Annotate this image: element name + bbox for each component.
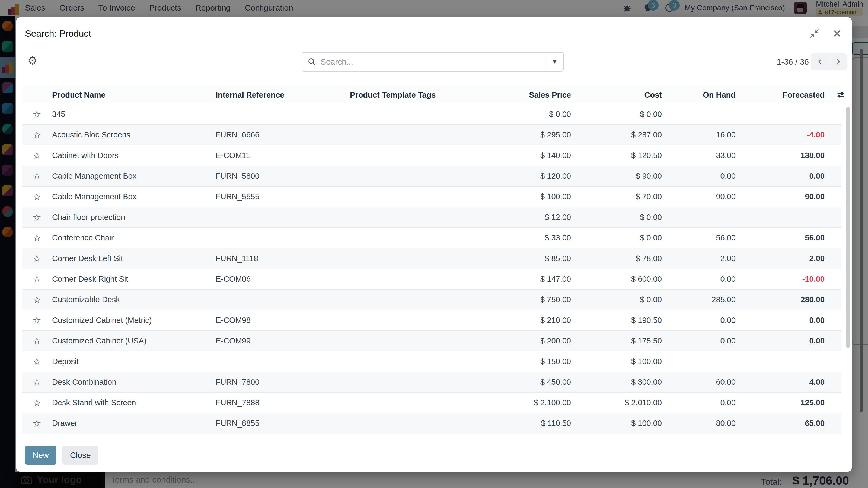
cell-on-hand: 33.00 [662,151,736,160]
dialog-header: Search: Product ✕ [16,18,852,50]
cell-sales-price: $ 12.00 [473,213,571,222]
close-button[interactable]: Close [62,446,98,465]
favorite-star-icon[interactable]: ☆ [22,129,52,141]
pager-previous-icon[interactable] [811,53,829,70]
cell-cost: $ 120.50 [571,151,662,160]
cell-on-hand: 0.00 [662,274,736,284]
header-sales-price[interactable]: Sales Price [473,91,571,99]
favorite-star-icon[interactable]: ☆ [22,397,52,409]
table-row[interactable]: ☆ Acoustic Bloc Screens FURN_6666 $ 295.… [22,125,841,145]
cell-cost: $ 100.00 [571,357,662,366]
cell-internal-reference: E-COM06 [216,274,350,284]
cell-sales-price: $ 200.00 [473,336,571,346]
search-dropdown-caret[interactable]: ▼ [546,53,563,71]
table-row[interactable]: ☆ Cable Management Box FURN_5555 $ 100.0… [22,187,841,207]
cell-product-name: Deposit [52,357,216,366]
favorite-star-icon[interactable]: ☆ [22,356,52,367]
favorite-star-icon[interactable]: ☆ [22,191,52,202]
favorite-star-icon[interactable]: ☆ [22,294,52,305]
cell-forecasted: -10.00 [736,274,825,284]
actions-gear-icon[interactable]: ⚙ [28,54,37,67]
cell-on-hand: 56.00 [662,233,736,242]
cell-cost: $ 90.00 [571,172,662,181]
cell-forecasted: 0.00 [736,336,825,346]
collapse-dialog-icon[interactable] [809,28,820,39]
close-dialog-icon[interactable]: ✕ [832,28,842,39]
header-forecasted[interactable]: Forecasted [736,91,825,99]
cell-product-name: Desk Combination [52,378,216,387]
cell-sales-price: $ 150.00 [473,357,571,366]
cell-sales-price: $ 295.00 [473,130,571,139]
table-row[interactable]: ☆ Conference Chair $ 33.00 $ 0.00 56.00 … [22,228,841,248]
cell-forecasted: -4.00 [736,130,825,139]
list-header-row: Product Name Internal Reference Product … [22,86,841,104]
favorite-star-icon[interactable]: ☆ [22,273,52,285]
cell-internal-reference: FURN_1118 [216,254,350,263]
table-row[interactable]: ☆ Customized Cabinet (Metric) E-COM98 $ … [22,310,841,331]
table-row[interactable]: ☆ Chair floor protection $ 12.00 $ 0.00 [22,207,841,228]
cell-internal-reference: E-COM11 [216,151,350,160]
screen: Sales Orders To Invoice Products Reporti… [0,0,868,488]
table-row[interactable]: ☆ Cabinet with Doors E-COM11 $ 140.00 $ … [22,145,841,166]
header-product-name[interactable]: Product Name [52,91,216,99]
dialog-title: Search: Product [25,28,91,39]
header-internal-reference[interactable]: Internal Reference [216,91,350,99]
cell-product-name: Cabinet with Doors [52,151,216,160]
dialog-scrollbar[interactable] [846,107,849,348]
cell-sales-price: $ 120.00 [473,172,571,181]
cell-sales-price: $ 147.00 [473,274,571,284]
cell-cost: $ 287.00 [571,130,662,139]
cell-cost: $ 0.00 [571,213,662,222]
favorite-star-icon[interactable]: ☆ [22,253,52,264]
cell-sales-price: $ 85.00 [473,254,571,263]
new-button[interactable]: New [25,446,56,465]
cell-cost: $ 600.00 [571,274,662,284]
cell-product-name: Chair floor protection [52,213,216,222]
pager-counter: 1-36 / 36 [777,53,809,70]
cell-internal-reference: E-COM99 [216,336,350,346]
favorite-star-icon[interactable]: ☆ [22,418,52,429]
cell-forecasted: 65.00 [736,419,825,428]
cell-sales-price: $ 450.00 [473,378,571,387]
cell-on-hand: 0.00 [662,336,736,346]
table-row[interactable]: ☆ Desk Stand with Screen FURN_7888 $ 2,1… [22,393,841,413]
favorite-star-icon[interactable]: ☆ [22,212,52,223]
cell-forecasted: 0.00 [736,316,825,325]
table-row[interactable]: ☆ Deposit $ 150.00 $ 100.00 [22,351,841,372]
cell-product-name: Desk Stand with Screen [52,398,216,407]
cell-sales-price: $ 33.00 [473,233,571,242]
header-product-template-tags[interactable]: Product Template Tags [350,91,473,99]
header-on-hand[interactable]: On Hand [662,91,736,99]
cell-internal-reference: FURN_8855 [216,419,350,428]
table-row[interactable]: ☆ Cable Management Box FURN_5800 $ 120.0… [22,166,841,187]
cell-cost: $ 0.00 [571,110,662,119]
favorite-star-icon[interactable]: ☆ [22,377,52,388]
pager-next-icon[interactable] [829,53,847,70]
cell-product-name: Conference Chair [52,233,216,242]
table-row[interactable]: ☆ Customized Cabinet (USA) E-COM99 $ 200… [22,331,841,351]
dialog-toolbar: ⚙ ▼ 1-36 / 36 [16,50,852,76]
search-input[interactable] [316,57,546,66]
cell-forecasted: 125.00 [736,398,825,407]
cell-on-hand: 90.00 [662,192,736,201]
cell-sales-price: $ 140.00 [473,151,571,160]
cell-product-name: Customized Cabinet (Metric) [52,316,216,325]
cell-internal-reference: FURN_5800 [216,172,350,181]
table-row[interactable]: ☆ Corner Desk Right Sit E-COM06 $ 147.00… [22,269,841,290]
favorite-star-icon[interactable]: ☆ [22,335,52,347]
cell-product-name: Corner Desk Right Sit [52,274,216,284]
favorite-star-icon[interactable]: ☆ [22,109,52,120]
cell-forecasted: 2.00 [736,254,825,263]
favorite-star-icon[interactable]: ☆ [22,232,52,244]
header-cost[interactable]: Cost [571,91,662,99]
table-row[interactable]: ☆ Customizable Desk $ 750.00 $ 0.00 285.… [22,290,841,310]
table-row[interactable]: ☆ Corner Desk Left Sit FURN_1118 $ 85.00… [22,248,841,269]
table-row[interactable]: ☆ 345 $ 0.00 $ 0.00 [22,104,841,125]
optional-columns-icon[interactable] [825,91,846,99]
cell-product-name: Cable Management Box [52,172,216,181]
table-row[interactable]: ☆ Desk Combination FURN_7800 $ 450.00 $ … [22,372,841,393]
favorite-star-icon[interactable]: ☆ [22,170,52,182]
favorite-star-icon[interactable]: ☆ [22,315,52,326]
table-row[interactable]: ☆ Drawer FURN_8855 $ 110.50 $ 100.00 80.… [22,413,841,434]
favorite-star-icon[interactable]: ☆ [22,150,52,161]
